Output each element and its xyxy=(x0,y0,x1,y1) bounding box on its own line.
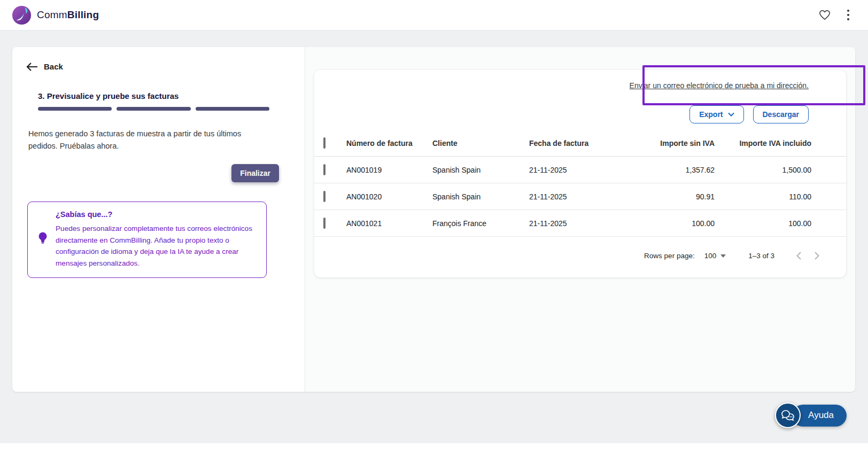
invoice-panel: Enviar un correo electrónico de prueba a… xyxy=(305,47,855,392)
table-row: AN001019 Spanish Spain 21-11-2025 1,357.… xyxy=(314,157,846,183)
brand: CommBilling xyxy=(12,5,99,25)
tip-texts: ¿Sabías que...? Puedes personalizar comp… xyxy=(56,210,257,269)
select-all-checkbox[interactable] xyxy=(323,137,326,149)
row-checkbox[interactable] xyxy=(323,164,326,175)
arrow-left-icon xyxy=(26,63,37,71)
progress-bar xyxy=(38,107,269,111)
chevron-left-icon xyxy=(796,252,801,260)
top-bar: CommBilling xyxy=(0,0,868,30)
rows-per-page-select[interactable]: 100 xyxy=(704,252,726,260)
dropdown-arrow-icon xyxy=(720,254,726,258)
cell-client: Spanish Spain xyxy=(432,166,529,174)
progress-segment-3 xyxy=(196,107,269,111)
pagination-range: 1–3 of 3 xyxy=(748,252,774,260)
download-label: Descargar xyxy=(763,110,800,119)
kebab-menu-icon xyxy=(847,9,850,21)
cell-amount-ex-vat: 90.91 xyxy=(625,192,715,201)
tip-card: ¿Sabías que...? Puedes personalizar comp… xyxy=(27,202,267,278)
cell-amount-inc-vat: 1,500.00 xyxy=(715,166,811,174)
topbar-actions xyxy=(819,9,856,21)
cell-invoice-number: AN001021 xyxy=(346,219,432,228)
column-header-invoice-number: Número de factura xyxy=(346,139,432,148)
column-header-invoice-date: Fecha de factura xyxy=(529,139,625,148)
cell-invoice-date: 21-11-2025 xyxy=(529,166,625,174)
cell-amount-inc-vat: 100.00 xyxy=(715,219,811,228)
chat-icon xyxy=(775,402,801,428)
cell-amount-ex-vat: 1,357.62 xyxy=(625,166,715,174)
progress-segment-1 xyxy=(38,107,112,111)
invoice-card: Enviar un correo electrónico de prueba a… xyxy=(314,70,846,277)
rows-per-page-label: Rows per page: xyxy=(644,252,695,260)
export-button[interactable]: Export xyxy=(689,105,743,123)
progress-segment-2 xyxy=(117,107,190,111)
send-test-email-link[interactable]: Enviar un correo electrónico de prueba a… xyxy=(630,81,809,90)
row-checkbox[interactable] xyxy=(323,218,326,229)
lightbulb-icon xyxy=(37,231,48,247)
finalize-button[interactable]: Finalizar xyxy=(231,164,279,182)
favorite-button[interactable] xyxy=(819,10,831,20)
cell-invoice-date: 21-11-2025 xyxy=(529,219,625,228)
chevron-down-icon xyxy=(728,112,734,117)
cell-client: Spanish Spain xyxy=(432,192,529,201)
chevron-right-icon xyxy=(815,252,819,260)
export-label: Export xyxy=(699,110,723,119)
invoice-card-top: Enviar un correo electrónico de prueba a… xyxy=(314,70,846,123)
cell-amount-inc-vat: 110.00 xyxy=(715,192,811,201)
table-actions: Export Descargar xyxy=(689,105,809,123)
table-header-row: Número de factura Cliente Fecha de factu… xyxy=(314,130,846,157)
brand-logo-icon xyxy=(12,5,32,25)
column-header-amount-ex-vat: Importe sin IVA xyxy=(625,139,715,148)
cell-invoice-number: AN001020 xyxy=(346,192,432,201)
tip-body: Puedes personalizar completamente tus co… xyxy=(56,223,257,269)
page: CommBilling Back 3. xyxy=(0,0,868,449)
table-row: AN001020 Spanish Spain 21-11-2025 90.91 … xyxy=(314,183,846,210)
next-page-button[interactable] xyxy=(808,247,826,265)
help-button[interactable]: Ayuda xyxy=(775,402,847,428)
cell-client: François France xyxy=(432,219,529,228)
rows-per-page-value: 100 xyxy=(704,252,717,260)
cell-amount-ex-vat: 100.00 xyxy=(625,219,715,228)
bottom-strip xyxy=(0,443,868,449)
table-footer: Rows per page: 100 1–3 of 3 xyxy=(314,237,846,275)
row-checkbox[interactable] xyxy=(323,191,326,202)
cell-invoice-date: 21-11-2025 xyxy=(529,192,625,201)
main-panel: Back 3. Previsualice y pruebe sus factur… xyxy=(12,47,855,392)
overflow-menu-button[interactable] xyxy=(847,9,850,21)
cell-invoice-number: AN001019 xyxy=(346,166,432,174)
tip-title: ¿Sabías que...? xyxy=(56,210,257,219)
finalize-row: Finalizar xyxy=(26,164,279,182)
brand-name: CommBilling xyxy=(37,9,99,21)
download-button[interactable]: Descargar xyxy=(753,105,809,123)
wizard-card: Back 3. Previsualice y pruebe sus factur… xyxy=(12,47,305,392)
step-title: 3. Previsualice y pruebe sus facturas xyxy=(38,91,291,100)
wizard-description: Hemos generado 3 facturas de muestra a p… xyxy=(28,128,264,152)
column-header-client: Cliente xyxy=(432,139,529,148)
heart-icon xyxy=(819,10,831,20)
back-label: Back xyxy=(44,62,63,71)
previous-page-button[interactable] xyxy=(789,247,808,265)
table-row: AN001021 François France 21-11-2025 100.… xyxy=(314,210,846,237)
back-button[interactable]: Back xyxy=(26,62,63,71)
column-header-amount-inc-vat: Importe IVA incluido xyxy=(715,139,811,148)
